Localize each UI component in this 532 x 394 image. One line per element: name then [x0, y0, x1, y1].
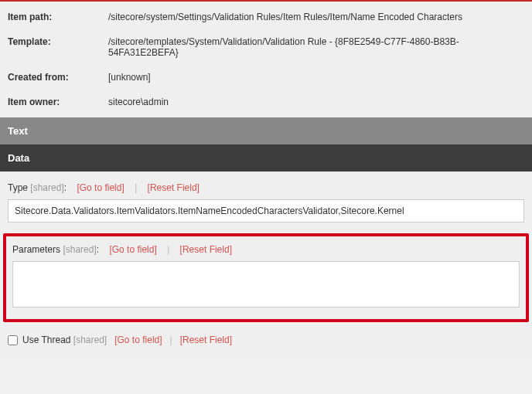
info-row-template: Template: /sitecore/templates/System/Val… [8, 29, 524, 65]
go-to-field-link[interactable]: [Go to field] [77, 182, 124, 193]
info-label: Item owner: [8, 97, 108, 107]
separator: | [135, 182, 137, 193]
field-label: Parameters [12, 244, 60, 255]
info-value: [unknown] [108, 72, 524, 83]
field-parameters-highlighted: Parameters [shared]: [Go to field] | [Re… [3, 233, 529, 322]
info-row-item-path: Item path: /sitecore/system/Settings/Val… [8, 5, 524, 29]
section-header-text[interactable]: Text [0, 117, 532, 144]
shared-tag: [shared] [63, 244, 96, 255]
field-type: Type [shared]: [Go to field] | [Reset Fi… [0, 172, 532, 229]
go-to-field-link[interactable]: [Go to field] [114, 335, 162, 345]
separator: | [170, 335, 172, 345]
shared-tag: [shared] [30, 182, 63, 193]
info-value: sitecore\admin [108, 97, 524, 107]
info-value: /sitecore/system/Settings/Validation Rul… [108, 12, 524, 22]
info-label: Created from: [8, 72, 108, 83]
info-label: Item path: [8, 12, 108, 22]
field-header: Parameters [shared]: [Go to field] | [Re… [12, 244, 520, 255]
info-row-item-owner: Item owner: sitecore\admin [8, 90, 524, 114]
field-label: Use Thread [22, 335, 70, 345]
colon: : [97, 244, 99, 255]
field-label: Type [8, 182, 28, 193]
go-to-field-link[interactable]: [Go to field] [109, 244, 156, 255]
colon: : [64, 182, 66, 193]
item-info-panel: Item path: /sitecore/system/Settings/Val… [0, 2, 532, 117]
section-header-data[interactable]: Data [0, 144, 532, 172]
reset-field-link[interactable]: [Reset Field] [148, 182, 200, 193]
field-use-thread: Use Thread [shared] [Go to field] | [Res… [0, 324, 532, 356]
separator: | [167, 244, 169, 255]
info-value: /sitecore/templates/System/Validation/Va… [108, 36, 524, 58]
type-input[interactable] [8, 199, 524, 222]
info-row-created-from: Created from: [unknown] [8, 65, 524, 90]
use-thread-checkbox[interactable] [8, 335, 18, 345]
parameters-textarea[interactable] [12, 261, 520, 307]
field-header: Type [shared]: [Go to field] | [Reset Fi… [8, 182, 524, 193]
shared-tag: [shared] [70, 335, 107, 345]
reset-field-link[interactable]: [Reset Field] [180, 244, 232, 255]
info-label: Template: [8, 36, 108, 58]
reset-field-link[interactable]: [Reset Field] [180, 335, 232, 345]
